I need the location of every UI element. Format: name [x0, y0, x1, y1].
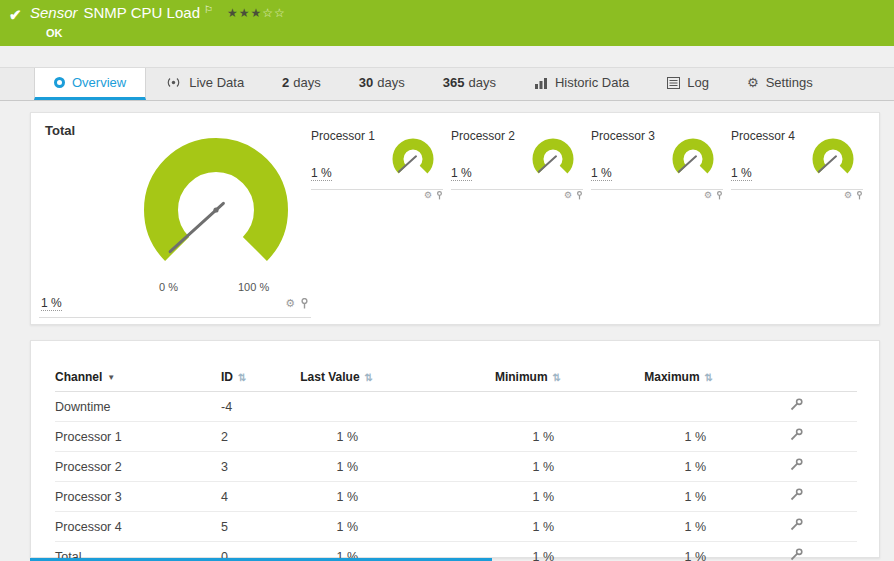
processor-3-gear-icon[interactable]: ⚙: [704, 191, 712, 200]
processor-3-gauge: [669, 135, 717, 187]
processor-2-label: Processor 2: [451, 129, 515, 143]
processor-1-value[interactable]: 1 %: [311, 166, 332, 181]
priority-stars[interactable]: ★★★☆☆: [227, 6, 286, 20]
status-badge: OK: [46, 27, 63, 39]
sort-desc-icon: ▼: [107, 373, 115, 382]
channel-settings-icon[interactable]: [789, 458, 803, 472]
col-header-channel[interactable]: Channel▼: [55, 363, 221, 392]
cell-maximum: 1 %: [561, 542, 713, 561]
processor-2-gear-icon[interactable]: ⚙: [564, 191, 572, 200]
processor-4-gauge-block: Processor 4 1 % ⚙: [731, 129, 863, 205]
cell-last-value: 1 %: [271, 482, 373, 512]
status-ok-icon: ✔: [9, 6, 22, 24]
total-gauge-value[interactable]: 1 %: [41, 296, 62, 311]
sensor-header: ✔ SensorSNMP CPU Load⚐★★★☆☆ OK: [0, 0, 894, 46]
tab-live-data-label: Live Data: [189, 75, 244, 90]
total-gauge-gear-icon[interactable]: ⚙: [285, 298, 295, 309]
sort-icon: ⇅: [365, 372, 373, 383]
tab-live-data[interactable]: Live Data: [146, 68, 263, 100]
cell-channel[interactable]: Processor 4: [55, 512, 221, 542]
page-title: SensorSNMP CPU Load⚐★★★☆☆: [30, 4, 286, 21]
processor-1-gear-icon[interactable]: ⚙: [424, 191, 432, 200]
processor-1-pin-icon[interactable]: [436, 191, 443, 200]
channel-settings-icon[interactable]: [789, 548, 803, 561]
processor-2-gauge-block: Processor 2 1 % ⚙: [451, 129, 583, 205]
table-row: Processor 1 2 1 % 1 % 1 %: [55, 422, 857, 452]
channel-settings-icon[interactable]: [789, 398, 803, 412]
total-gauge-max-label: 100 %: [238, 281, 269, 293]
cell-minimum: 1 %: [373, 422, 561, 452]
col-header-minimum[interactable]: Minimum⇅: [373, 363, 561, 392]
processor-3-label: Processor 3: [591, 129, 655, 143]
tab-overview-label: Overview: [72, 75, 126, 90]
cell-last-value: 1 %: [271, 452, 373, 482]
col-header-maximum[interactable]: Maximum⇅: [561, 363, 713, 392]
channels-panel: Channel▼ ID⇅ Last Value⇅ Minimum⇅ Maximu…: [30, 340, 880, 558]
channel-settings-icon[interactable]: [789, 488, 803, 502]
cell-maximum: 1 %: [561, 422, 713, 452]
total-gauge-footer: 1 % ⚙: [39, 293, 311, 318]
cell-maximum: 1 %: [561, 452, 713, 482]
total-gauge-title: Total: [45, 123, 75, 138]
total-gauge: [131, 125, 301, 299]
sensor-title: SNMP CPU Load: [84, 4, 200, 21]
processor-3-gauge-block: Processor 3 1 % ⚙: [591, 129, 723, 205]
total-gauge-pin-icon[interactable]: [300, 298, 309, 309]
col-header-last-value[interactable]: Last Value⇅: [271, 363, 373, 392]
sort-icon: ⇅: [553, 372, 561, 383]
cell-last-value: 1 %: [271, 512, 373, 542]
processor-1-gauge-block: Processor 1 1 % ⚙: [311, 129, 443, 205]
cell-maximum: [561, 392, 713, 422]
channels-table: Channel▼ ID⇅ Last Value⇅ Minimum⇅ Maximu…: [55, 363, 857, 561]
cell-channel[interactable]: Downtime: [55, 392, 221, 422]
sort-icon: ⇅: [238, 372, 246, 383]
tab-settings[interactable]: ⚙ Settings: [728, 68, 832, 100]
historic-data-icon: [534, 77, 548, 89]
tab-settings-label: Settings: [766, 75, 813, 90]
live-data-icon: [165, 76, 182, 89]
cell-last-value: [271, 392, 373, 422]
cell-channel[interactable]: Processor 1: [55, 422, 221, 452]
cell-id: 3: [221, 452, 271, 482]
tab-log-label: Log: [687, 75, 709, 90]
processor-1-gauge: [389, 135, 437, 187]
tab-historic-data[interactable]: Historic Data: [515, 68, 648, 100]
cell-minimum: 1 %: [373, 452, 561, 482]
channel-settings-icon[interactable]: [789, 518, 803, 532]
cell-id: -4: [221, 392, 271, 422]
col-header-tools: [713, 363, 857, 392]
tab-overview[interactable]: Overview: [34, 68, 146, 100]
settings-gear-icon: ⚙: [747, 75, 759, 90]
channel-settings-icon[interactable]: [789, 428, 803, 442]
cell-channel[interactable]: Processor 2: [55, 452, 221, 482]
table-row: Processor 2 3 1 % 1 % 1 %: [55, 452, 857, 482]
table-header-row: Channel▼ ID⇅ Last Value⇅ Minimum⇅ Maximu…: [55, 363, 857, 392]
tab-2-days[interactable]: 2days: [263, 68, 340, 100]
flag-icon[interactable]: ⚐: [204, 4, 213, 15]
sensor-kind-label: Sensor: [30, 4, 78, 21]
table-row: Processor 3 4 1 % 1 % 1 %: [55, 482, 857, 512]
tab-log[interactable]: Log: [648, 68, 728, 100]
cell-channel[interactable]: Processor 3: [55, 482, 221, 512]
processor-3-value[interactable]: 1 %: [591, 166, 612, 181]
processor-3-pin-icon[interactable]: [716, 191, 723, 200]
processor-1-label: Processor 1: [311, 129, 375, 143]
processor-2-pin-icon[interactable]: [576, 191, 583, 200]
cell-last-value: 1 %: [271, 422, 373, 452]
cell-id: 4: [221, 482, 271, 512]
cell-maximum: 1 %: [561, 482, 713, 512]
cell-id: 2: [221, 422, 271, 452]
tab-365-days[interactable]: 365days: [424, 68, 515, 100]
processor-4-gear-icon[interactable]: ⚙: [844, 191, 852, 200]
processor-4-label: Processor 4: [731, 129, 795, 143]
table-row: Downtime -4: [55, 392, 857, 422]
cell-minimum: 1 %: [373, 482, 561, 512]
processor-2-value[interactable]: 1 %: [451, 166, 472, 181]
processor-4-pin-icon[interactable]: [856, 191, 863, 200]
processor-4-value[interactable]: 1 %: [731, 166, 752, 181]
cell-minimum: [373, 392, 561, 422]
col-header-id[interactable]: ID⇅: [221, 363, 271, 392]
overview-icon: [54, 77, 65, 88]
sort-icon: ⇅: [705, 372, 713, 383]
tab-30-days[interactable]: 30days: [340, 68, 424, 100]
